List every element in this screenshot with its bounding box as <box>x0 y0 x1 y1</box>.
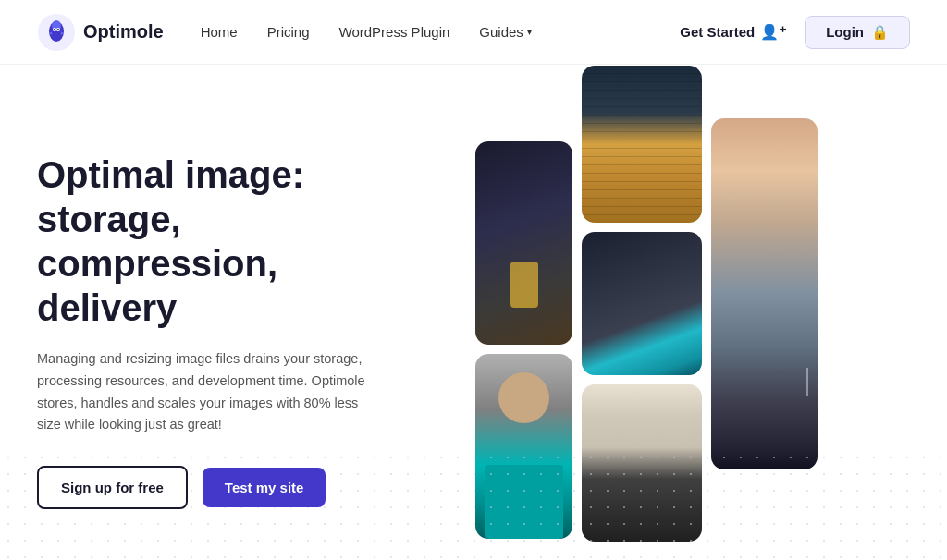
main-content: Optimal image: storage, compression, del… <box>0 65 947 560</box>
header-actions: Get Started 👤⁺ Login 🔒 <box>680 16 910 49</box>
hero-image-6 <box>711 118 818 469</box>
logo-text: Optimole <box>83 21 164 43</box>
hero-image-3 <box>582 66 702 223</box>
login-button[interactable]: Login 🔒 <box>805 16 910 49</box>
add-user-icon: 👤⁺ <box>760 23 786 41</box>
hero-section: Optimal image: storage, compression, del… <box>37 152 435 510</box>
lock-icon: 🔒 <box>871 24 889 41</box>
test-site-button[interactable]: Test my site <box>203 468 326 507</box>
svg-point-5 <box>54 29 55 30</box>
nav-pricing[interactable]: Pricing <box>267 24 310 40</box>
hero-title: Optimal image: storage, compression, del… <box>37 152 416 330</box>
get-started-label: Get Started <box>680 24 755 40</box>
login-label: Login <box>826 24 864 40</box>
nav-wordpress[interactable]: WordPress Plugin <box>339 24 450 40</box>
svg-point-6 <box>57 29 59 30</box>
hero-buttons: Sign up for free Test my site <box>37 466 416 509</box>
hero-image-1 <box>475 141 572 345</box>
header: Optimole Home Pricing WordPress Plugin G… <box>0 0 947 65</box>
image-col-3 <box>711 118 818 469</box>
logo-icon <box>37 13 76 52</box>
signup-button[interactable]: Sign up for free <box>37 466 188 509</box>
main-nav: Home Pricing WordPress Plugin Guides ▾ <box>201 24 681 40</box>
get-started-button[interactable]: Get Started 👤⁺ <box>680 23 786 41</box>
chevron-down-icon: ▾ <box>527 27 532 37</box>
nav-home[interactable]: Home <box>201 24 238 40</box>
logo[interactable]: Optimole <box>37 13 164 52</box>
hero-description: Managing and resizing image files drains… <box>37 348 379 437</box>
nav-guides[interactable]: Guides ▾ <box>479 24 532 40</box>
hero-image-4 <box>582 232 702 375</box>
